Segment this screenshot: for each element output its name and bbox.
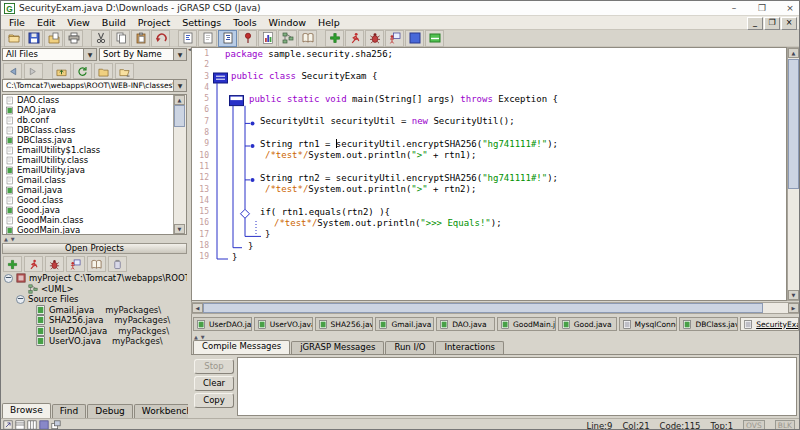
- code-line[interactable]: 5public static void main(String[] args) …: [192, 93, 786, 104]
- file-list-item[interactable]: Gmail.class: [3, 175, 186, 185]
- code-line[interactable]: 13/*test*/System.out.println(">" + rtn2)…: [192, 184, 786, 195]
- code-line[interactable]: 19}: [192, 251, 786, 262]
- tab-browse[interactable]: Browse: [2, 403, 51, 418]
- scroll-right-icon[interactable]: ▶: [788, 303, 799, 313]
- code-line[interactable]: 8: [192, 127, 786, 138]
- scroll-up-icon[interactable]: ▲: [788, 48, 799, 58]
- nav-up-button[interactable]: [52, 63, 71, 79]
- code-line[interactable]: 15if( rtn1.equals(rtn2) ){: [192, 206, 786, 217]
- chevron-down-icon[interactable]: ▼: [173, 49, 186, 60]
- tab-interactions[interactable]: Interactions: [435, 341, 504, 354]
- message-output-area[interactable]: [237, 357, 797, 416]
- menu-file[interactable]: File: [3, 16, 31, 29]
- scrollbar-thumb[interactable]: [174, 105, 185, 127]
- file-tab[interactable]: MysqlConnect...: [619, 317, 678, 331]
- file-tab[interactable]: GoodMain.java: [497, 317, 556, 331]
- file-list-item[interactable]: GoodMain.java: [3, 225, 186, 235]
- code-line[interactable]: 14: [192, 195, 786, 206]
- scroll-down-icon[interactable]: ▼: [174, 224, 185, 234]
- scrollbar-thumb[interactable]: [203, 303, 763, 313]
- chevron-down-icon[interactable]: ▼: [173, 80, 186, 91]
- code-line[interactable]: 11: [192, 161, 786, 172]
- file-tab[interactable]: SecurityExam...: [740, 317, 799, 331]
- editor-vertical-scrollbar[interactable]: ▲ ▼: [787, 47, 800, 301]
- nav-forward-button[interactable]: [24, 63, 43, 79]
- documentation-button[interactable]: [298, 30, 317, 47]
- print-button[interactable]: [64, 30, 83, 47]
- file-list-item[interactable]: DBClass.class: [3, 125, 186, 135]
- nav-refresh-button[interactable]: [73, 63, 92, 79]
- code-line[interactable]: 6: [192, 104, 786, 115]
- file-list-item[interactable]: DAO.java: [3, 105, 186, 115]
- tree-node[interactable]: Gmail.javamyPackages\: [2, 305, 187, 316]
- copy-button[interactable]: Copy: [194, 393, 234, 408]
- paste-button[interactable]: [131, 30, 150, 47]
- minimize-button[interactable]: –: [727, 3, 741, 13]
- menu-tools[interactable]: Tools: [227, 16, 262, 29]
- frame-minimize-button[interactable]: _: [747, 17, 763, 30]
- run-applet-button[interactable]: [385, 30, 404, 47]
- code-line[interactable]: 9String rtn1 = securityUtil.encryptSHA25…: [192, 138, 786, 149]
- file-list-item[interactable]: Gmail.java: [3, 185, 186, 195]
- pin-window-button[interactable]: [238, 30, 257, 47]
- menu-build[interactable]: Build: [96, 16, 132, 29]
- tree-node[interactable]: <UML>: [2, 284, 187, 295]
- project-add-file-button[interactable]: [3, 256, 22, 272]
- file-list-item[interactable]: DAO.class: [3, 95, 186, 105]
- tree-node[interactable]: UserDAO.javamyPackges\: [2, 326, 187, 337]
- file-list-item[interactable]: EmailUtility.class: [3, 155, 186, 165]
- remove-csd-button[interactable]: [198, 30, 217, 47]
- open-button[interactable]: [4, 30, 23, 47]
- project-jar-button[interactable]: [108, 256, 127, 272]
- code-line[interactable]: 18}: [192, 240, 786, 251]
- split-horizontal-icon[interactable]: [15, 420, 25, 430]
- path-combo[interactable]: C:\Tomcat7\webapps\ROOT\WEB-INF\classes\…: [2, 79, 187, 92]
- uml-window-button[interactable]: [278, 30, 297, 47]
- file-list-scrollbar[interactable]: ▲ ▼: [173, 95, 186, 234]
- code-line[interactable]: 2: [192, 59, 786, 70]
- menu-settings[interactable]: Settings: [176, 16, 227, 29]
- generate-csd-button[interactable]: [178, 30, 197, 47]
- maximize-pane-icon[interactable]: [39, 420, 49, 430]
- scroll-down-icon[interactable]: ▼: [788, 290, 799, 300]
- code-line[interactable]: 17}: [192, 229, 786, 240]
- menu-view[interactable]: View: [61, 16, 96, 29]
- split-vertical-icon[interactable]: [27, 420, 37, 430]
- tree-node[interactable]: Source Files: [2, 294, 187, 305]
- restore-button[interactable]: ❐: [755, 3, 769, 13]
- file-list-item[interactable]: DBClass.java: [3, 135, 186, 145]
- code-line[interactable]: 10/*test*/System.out.println(">" + rtn1)…: [192, 150, 786, 161]
- file-tab[interactable]: DBClass.java: [679, 317, 738, 331]
- undo-button[interactable]: [151, 30, 170, 47]
- file-tab[interactable]: SHA256.java: [315, 317, 374, 331]
- file-list-item[interactable]: EmailUtility.java: [3, 165, 186, 175]
- project-doc-button[interactable]: [87, 256, 106, 272]
- menu-edit[interactable]: Edit: [31, 16, 61, 29]
- tab-find[interactable]: Find: [52, 404, 86, 418]
- code-pane[interactable]: 1package sample.security.sha256;23public…: [191, 47, 787, 301]
- stop-button[interactable]: Stop: [194, 359, 234, 374]
- file-list-item[interactable]: GoodMain.class: [3, 215, 186, 225]
- sort-combo[interactable]: Sort By Name ▼: [99, 48, 187, 61]
- tree-node[interactable]: UserVO.javamyPackges\: [2, 336, 187, 347]
- tab-compile-messages[interactable]: Compile Messages: [193, 340, 290, 354]
- menu-project[interactable]: Project: [132, 16, 177, 29]
- file-tab[interactable]: Gmail.java: [375, 317, 434, 331]
- run-button[interactable]: [345, 30, 364, 47]
- code-line[interactable]: 3public class SecurityExam {: [192, 71, 786, 82]
- cascade-windows-icon[interactable]: [51, 420, 61, 430]
- file-tab[interactable]: Good.java: [558, 317, 617, 331]
- file-tab[interactable]: UserVO.java: [254, 317, 313, 331]
- file-list-item[interactable]: EmailUtility$1.class: [3, 145, 186, 155]
- editor-horizontal-scrollbar[interactable]: ◀ ▶: [191, 302, 800, 314]
- restore-layout-icon[interactable]: [3, 420, 13, 430]
- tab-run-i-o[interactable]: Run I/O: [385, 341, 434, 354]
- scrollbar-thumb[interactable]: [788, 59, 799, 189]
- project-debug-button[interactable]: [45, 256, 64, 272]
- code-line[interactable]: 12String rtn2 = securityUtil.encryptSHA2…: [192, 172, 786, 183]
- tree-node[interactable]: myProject C:\Tomcat7\webapps\ROOT: [2, 273, 187, 284]
- file-list-item[interactable]: db.conf: [3, 115, 186, 125]
- menu-help[interactable]: Help: [312, 16, 346, 29]
- project-applet-button[interactable]: [66, 256, 85, 272]
- list-collapse-handle[interactable]: ▲▼: [4, 236, 15, 242]
